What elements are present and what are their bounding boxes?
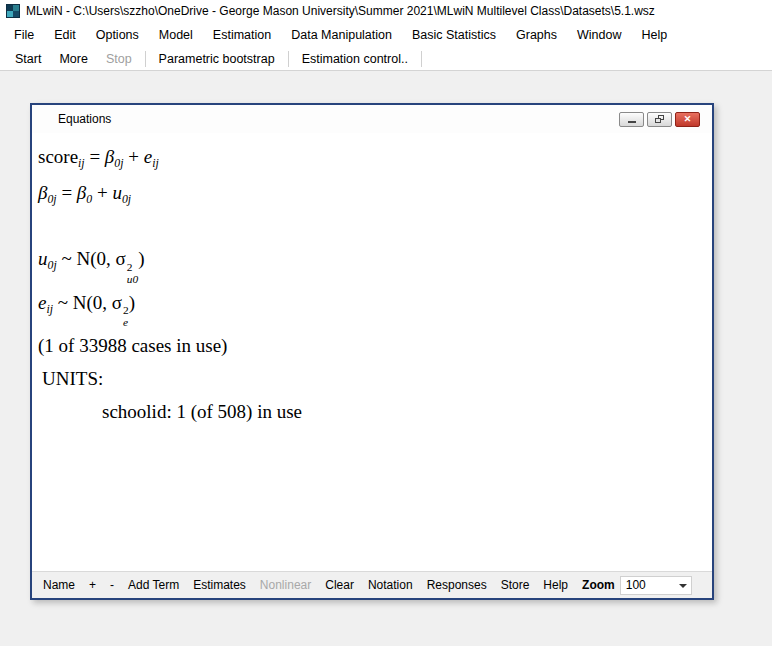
mdi-client-area: Equations ✕ scoreij = β0j + eij β0j = β0…	[0, 71, 772, 646]
menu-file[interactable]: File	[4, 24, 44, 46]
notation-button[interactable]: Notation	[361, 575, 420, 595]
sigma-u-term: σ	[115, 248, 125, 269]
menu-help[interactable]: Help	[632, 24, 678, 46]
zoom-value: 100	[626, 578, 646, 592]
toolbar: Start More Stop Parametric bootstrap Est…	[0, 47, 772, 71]
menu-window[interactable]: Window	[567, 24, 631, 46]
titlebar: MLwiN - C:\Users\szzho\OneDrive - George…	[0, 0, 772, 22]
minus-button[interactable]: -	[103, 575, 121, 595]
restore-icon	[655, 115, 664, 123]
stop-button: Stop	[97, 49, 141, 69]
beta0j-term: β	[105, 146, 114, 167]
response-term: score	[38, 146, 78, 167]
toolbar-separator	[421, 51, 422, 67]
minimize-icon	[628, 121, 636, 123]
clear-button[interactable]: Clear	[318, 575, 361, 595]
zoom-label: Zoom	[575, 575, 620, 595]
window-title: MLwiN - C:\Users\szzho\OneDrive - George…	[26, 4, 655, 18]
start-button[interactable]: Start	[6, 49, 50, 69]
plus-button[interactable]: +	[82, 575, 103, 595]
menu-model[interactable]: Model	[149, 24, 203, 46]
menu-estimation[interactable]: Estimation	[203, 24, 281, 46]
restore-button[interactable]	[647, 112, 672, 127]
store-button[interactable]: Store	[494, 575, 537, 595]
zoom-select[interactable]: 100	[620, 576, 692, 595]
name-button[interactable]: Name	[36, 575, 82, 595]
menu-graphs[interactable]: Graphs	[506, 24, 567, 46]
parametric-bootstrap-button[interactable]: Parametric bootstrap	[150, 49, 284, 69]
sigma-e-term: σ	[112, 292, 122, 313]
toolbar-separator	[288, 51, 289, 67]
units-detail-line: schoolid: 1 (of 508) in use	[102, 395, 704, 428]
equation-line-1[interactable]: scoreij = β0j + eij	[38, 140, 704, 176]
equation-line-4[interactable]: eij ~ N(0, σ2e)	[38, 286, 704, 330]
units-label: UNITS:	[38, 362, 704, 395]
chevron-down-icon	[679, 584, 687, 588]
close-icon: ✕	[684, 115, 692, 124]
menu-data-manipulation[interactable]: Data Manipulation	[281, 24, 402, 46]
equation-spacer	[38, 212, 704, 242]
equations-content: scoreij = β0j + eij β0j = β0 + u0j u0j ~…	[32, 133, 712, 571]
menu-basic-statistics[interactable]: Basic Statistics	[402, 24, 506, 46]
equations-footer: Name + - Add Term Estimates Nonlinear Cl…	[32, 571, 712, 598]
toolbar-separator	[145, 51, 146, 67]
equation-line-3[interactable]: u0j ~ N(0, σ2u0)	[38, 242, 704, 286]
menubar: File Edit Options Model Estimation Data …	[0, 22, 772, 47]
close-button[interactable]: ✕	[675, 112, 700, 127]
cases-in-use-line: (1 of 33988 cases in use)	[38, 329, 704, 362]
equations-titlebar[interactable]: Equations ✕	[32, 105, 712, 133]
equations-window: Equations ✕ scoreij = β0j + eij β0j = β0…	[30, 103, 714, 600]
mlwin-app: MLwiN - C:\Users\szzho\OneDrive - George…	[0, 0, 772, 646]
responses-button[interactable]: Responses	[420, 575, 494, 595]
equations-window-title: Equations	[58, 112, 111, 126]
menu-options[interactable]: Options	[86, 24, 149, 46]
nonlinear-button: Nonlinear	[253, 575, 318, 595]
estimation-control-button[interactable]: Estimation control..	[293, 49, 417, 69]
minimize-button[interactable]	[619, 112, 644, 127]
menu-edit[interactable]: Edit	[44, 24, 86, 46]
help-button[interactable]: Help	[536, 575, 575, 595]
estimates-button[interactable]: Estimates	[186, 575, 253, 595]
add-term-button[interactable]: Add Term	[121, 575, 186, 595]
residual-term: e	[144, 146, 152, 167]
more-button[interactable]: More	[50, 49, 96, 69]
equation-line-2[interactable]: β0j = β0 + u0j	[38, 176, 704, 212]
caption-buttons: ✕	[619, 112, 700, 127]
mlwin-app-icon	[6, 4, 20, 18]
